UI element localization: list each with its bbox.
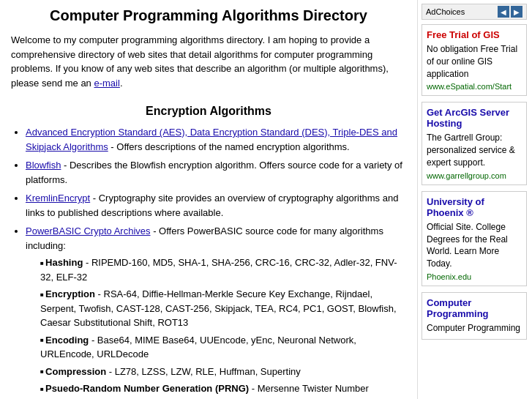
term-encryption: Encryption [45,288,95,299]
term-compression: Compression [45,366,106,377]
ad-title-arcgis[interactable]: Get ArcGIS Server Hosting [427,107,522,129]
sub-list-item: Psuedo-Random Number Generation (PRNG) -… [40,381,406,399]
list-item: Advanced Encryption Standard (AES), Data… [26,125,406,154]
email-link[interactable]: e-mail [94,78,119,89]
ad-block-arcgis: Get ArcGIS Server Hosting The Gartrell G… [422,102,527,184]
ad-title-comprog[interactable]: Computer Programming [427,297,522,319]
ad-title-gis[interactable]: Free Trial of GIS [427,29,522,40]
ad-body-comprog: Computer Programming [427,322,522,335]
sidebar: AdChoices ◀ ▶ Free Trial of GIS No oblig… [417,0,531,399]
section-title: Encryption Algorithms [11,105,406,118]
term-encoding: Encoding [45,335,89,346]
kremlin-link[interactable]: KremlinEncrypt [26,193,90,204]
ad-prev-button[interactable]: ◀ [498,6,509,18]
ad-choices-label: AdChoices [426,7,465,16]
sub-list-item: Hashing - RIPEMD-160, MD5, SHA-1, SHA-25… [40,256,406,284]
blowfish-link[interactable]: Blowfish [26,160,61,171]
ad-block-comprog: Computer Programming Computer Programmin… [422,292,527,340]
list-item: Blowfish - Describes the Blowfish encryp… [26,158,406,187]
sub-list: Hashing - RIPEMD-160, MD5, SHA-1, SHA-25… [26,256,406,399]
sub-list-item: Encryption - RSA-64, Diffie-Hellman-Merk… [40,287,406,330]
intro-text-before: Welcome to my computer programming algor… [11,34,389,89]
list-item: KremlinEncrypt - Cryptography site provi… [26,191,406,220]
ad-url-gis[interactable]: www.eSpatial.com/Start [427,82,522,91]
ad-body-phoenix: Official Site. College Degrees for the R… [427,221,522,270]
sub-list-item: Encoding - Base64, MIME Base64, UUEncode… [40,333,406,362]
aes-link[interactable]: Advanced Encryption Standard (AES), Data… [26,127,397,152]
ad-choices-header: AdChoices ◀ ▶ [422,4,527,20]
ad-body-gis: No obligation Free Trial of our online G… [427,43,522,80]
ad-url-phoenix[interactable]: Phoenix.edu [427,272,522,281]
ad-body-arcgis: The Gartrell Group: personalized service… [427,132,522,168]
intro-text-after: . [120,78,123,89]
ad-url-arcgis[interactable]: www.garrellgroup.com [427,171,522,180]
ad-nav: ◀ ▶ [498,6,522,18]
ad-block-gis: Free Trial of GIS No obligation Free Tri… [422,24,527,96]
algorithm-list: Advanced Encryption Standard (AES), Data… [11,125,406,399]
main-content: Computer Programming Algorithms Director… [0,0,417,399]
term-hashing: Hashing [45,257,83,268]
term-prng: Psuedo-Random Number Generation (PRNG) [45,383,249,394]
powerbasic-link[interactable]: PowerBASIC Crypto Archives [26,225,151,236]
ad-next-button[interactable]: ▶ [511,6,522,18]
ad-title-phoenix[interactable]: University of Phoenix ® [427,196,522,218]
ad-block-phoenix: University of Phoenix ® Official Site. C… [422,191,527,286]
list-item: PowerBASIC Crypto Archives - Offers Powe… [26,224,406,399]
page-title: Computer Programming Algorithms Director… [11,7,406,24]
sub-list-item: Compression - LZ78, LZSS, LZW, RLE, Huff… [40,365,406,379]
intro-paragraph: Welcome to my computer programming algor… [11,33,406,90]
